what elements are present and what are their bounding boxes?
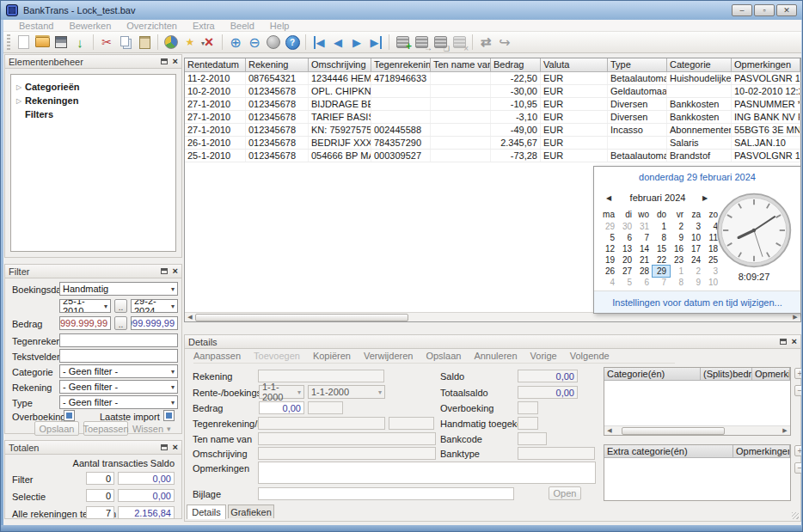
calendar-day[interactable]: 2 [670,221,687,232]
scroll-left-icon[interactable]: ◀ [604,426,615,436]
calendar-day[interactable]: 26 [601,266,618,277]
calendar-day[interactable]: 1 [653,221,670,232]
calendar-day[interactable]: 27 [618,266,635,277]
new-file-icon[interactable] [14,34,33,52]
next-month-icon[interactable] [702,194,708,202]
wissen-button[interactable]: Wissen [132,421,163,436]
close-panel-icon[interactable] [173,57,178,66]
db-export-icon[interactable] [412,34,431,52]
categorie-select[interactable]: - Geen filter - [59,364,178,378]
tab-grafieken[interactable]: Grafieken [228,504,274,518]
table-row[interactable]: 10-2-2010012345678OPL. CHIPKNIP 0...-30,… [185,85,800,98]
calendar-day[interactable]: 12 [601,243,618,254]
float-panel-icon[interactable] [161,58,168,64]
remove-categorie-button[interactable]: − [794,385,801,396]
calendar-day[interactable]: 8 [670,277,687,288]
column-header-categorie[interactable]: Categorie [667,58,732,72]
calendar-day[interactable]: 3 [687,221,704,232]
calendar-day[interactable]: 24 [687,254,704,266]
db-add-icon[interactable] [393,34,412,52]
calendar-day[interactable]: 9 [687,277,704,288]
tree-item-rekeningen[interactable]: Rekeningen [13,94,174,107]
bedrag-input[interactable]: 0,00 [259,401,304,414]
extra-column-opmerkingen[interactable]: Opmerkingen [733,445,790,458]
calendar-day[interactable]: 10 [687,232,704,243]
pie-chart-icon[interactable] [162,34,181,52]
calendar-day[interactable]: 30 [618,221,635,232]
column-header-type[interactable]: Type [608,58,667,72]
calendar-day[interactable]: 23 [670,254,687,266]
db-split-icon[interactable] [450,34,469,52]
calendar-day[interactable]: 2 [687,266,704,277]
calendar-day[interactable]: 5 [601,232,618,243]
action-vorige[interactable]: Vorige [530,351,557,361]
table-row[interactable]: 11-2-20100876543211234446 HEMA D...47189… [185,72,800,85]
bic-input[interactable] [389,417,434,430]
action-verwijderen[interactable]: Verwijderen [364,351,413,361]
action-annuleren[interactable]: Annuleren [474,351,517,361]
calendar-day[interactable]: 21 [635,254,653,266]
tree-item-filters[interactable]: Filters [13,107,174,121]
cat-column-categorie-n[interactable]: Categorie(én) [604,368,701,381]
opmerkingen-textarea[interactable] [258,462,596,484]
calendar-day[interactable]: 8 [653,232,670,243]
cut-icon[interactable] [97,34,116,52]
date-to-select[interactable]: 29-2-2024 [131,299,178,313]
scroll-left-icon[interactable]: ◀ [185,313,195,322]
calendar-day[interactable]: 31 [635,221,653,232]
calendar-day[interactable]: 6 [618,232,635,243]
calendar-day[interactable]: 7 [653,277,670,288]
title-bar[interactable]: BankTrans - Lock_test.bav – ▫ ✕ [1,1,802,20]
calendar-day[interactable]: 13 [618,243,635,254]
bedrag-range-options-button[interactable] [114,316,127,330]
nav-previous-icon[interactable] [328,34,347,52]
close-button[interactable]: ✕ [776,4,797,16]
rekening-input[interactable] [258,370,384,382]
copy-icon[interactable] [116,34,135,52]
omschrijving-input[interactable] [258,447,436,460]
magic-wand-icon[interactable] [181,34,199,52]
remove-extra-categorie-button[interactable]: − [794,462,801,474]
close-panel-icon[interactable] [173,266,178,276]
table-row[interactable]: 27-1-2010012345678TARIEF BASISPA...-3,10… [185,111,800,124]
bedrag-max-input[interactable]: 9.999.999,99 [131,316,178,330]
tegenrekening-input-details[interactable] [258,417,385,430]
toolbar-drag-handle[interactable] [7,34,10,50]
action-volgende[interactable]: Volgende [570,351,610,361]
overboeking-field[interactable] [518,401,538,414]
toepassen-button[interactable]: Toepassen [83,421,128,436]
calendar-day[interactable]: 19 [601,254,618,266]
nav-next-icon[interactable] [347,34,366,52]
tegenrekening-input[interactable] [59,333,178,347]
menu-item-bewerken[interactable]: Bewerken [62,21,118,31]
extra-column-extra-categorie-n[interactable]: Extra categorie(én) [604,445,733,458]
float-panel-icon[interactable] [780,339,787,345]
calendar-day[interactable]: 29 [601,221,618,232]
open-file-icon[interactable] [33,34,52,52]
forward-icon[interactable] [495,34,514,52]
column-header-tegenrekening[interactable]: Tegenrekening [371,58,431,72]
close-panel-icon[interactable] [173,443,178,452]
table-row[interactable]: 27-1-2010012345678BIJDRAGE BETA...-10,95… [185,98,800,111]
minimize-button[interactable]: – [732,4,752,16]
action-kopi-ren[interactable]: Kopiëren [313,351,351,361]
tools-icon[interactable] [199,34,218,52]
column-header-ten-name-van[interactable]: Ten name van [431,58,491,72]
scrollbar-thumb[interactable] [195,314,408,321]
bijlage-input[interactable] [258,487,514,500]
boekingsdatum-select[interactable]: Handmatig [59,282,178,296]
rekening-select[interactable]: - Geen filter - [59,380,178,394]
menu-item-bestand[interactable]: Bestand [12,21,60,31]
table-row[interactable]: 26-1-2010012345678BEDRIJF XXX7843572902.… [185,137,800,150]
calendar-day[interactable]: 16 [670,243,687,254]
tekstvelden-input[interactable] [59,349,178,363]
float-panel-icon[interactable] [161,268,168,274]
column-header-bedrag[interactable]: Bedrag [491,58,541,72]
table-row[interactable]: 27-1-2010012345678KN: 7592757597...00244… [185,124,800,137]
chevron-right-icon[interactable] [13,97,25,105]
cat-column-opmerking[interactable]: Opmerking [752,368,790,381]
laatste-import-checkbox[interactable] [163,410,175,421]
open-bijlage-button[interactable]: Open [549,486,581,500]
add-extra-categorie-button[interactable]: + [794,445,801,456]
help-icon[interactable] [283,34,302,52]
